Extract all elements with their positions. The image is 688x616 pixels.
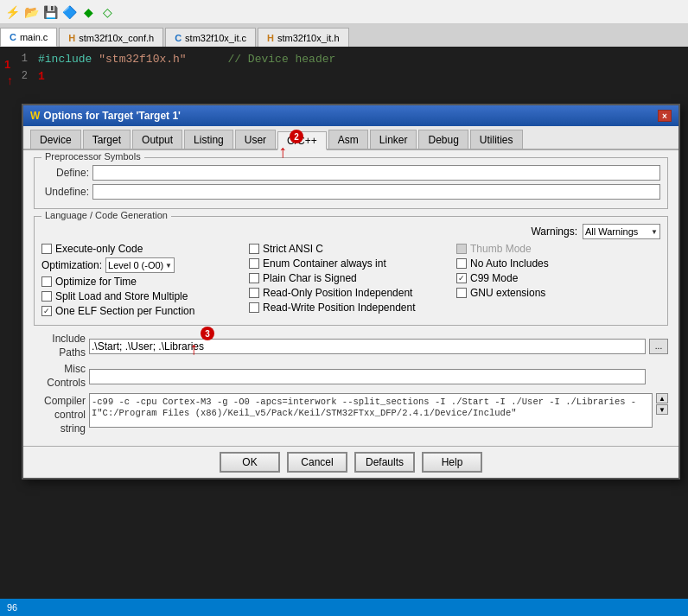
include-paths-row: IncludePaths ... [34,333,668,359]
compiler-scroll-buttons: ▲ ▼ [656,393,668,415]
tab-output[interactable]: Output [132,130,182,149]
checkbox-ro-pos: Read-Only Position Independent [249,287,453,299]
editor-tabs-bar: C main.c H stm32f10x_conf.h C stm32f10x_… [0,24,688,47]
opt-dropdown-arrow: ▼ [165,262,172,270]
compiler-scroll-down[interactable]: ▼ [656,404,668,415]
status-bar: 96 [0,599,688,616]
cb-no-auto-label: No Auto Includes [470,257,549,270]
define-input[interactable] [92,165,660,181]
optimization-select[interactable]: Level 0 (-O0) ▼ [105,257,175,273]
toolbar-icon-6[interactable]: ◇ [99,3,116,21]
col1: Execute-only Code Optimization: Level 0 … [41,243,245,320]
compiler-control-row: Compilercontrolstring -c99 -c -cpu Corte… [34,393,668,435]
warnings-label: Warnings: [531,225,577,238]
tab-user[interactable]: User [235,130,276,149]
checkbox-c99: C99 Mode [456,272,660,284]
cb-strict-ansi[interactable] [249,244,259,254]
cb-one-elf[interactable] [41,306,52,316]
cb-enum-container[interactable] [249,258,259,269]
checkbox-gnu: GNU extensions [456,287,660,299]
preprocessor-group-label: Preprocessor Symbols [41,151,144,162]
cancel-button[interactable]: Cancel [287,452,347,473]
cb-rw-pos[interactable] [249,302,259,313]
misc-controls-input[interactable] [89,369,646,384]
col2: Strict ANSI C Enum Container always int … [249,243,453,320]
toolbar-icon-4[interactable]: 🔷 [61,3,78,21]
tab-main-c[interactable]: C main.c [0,28,57,47]
tab-main-c-icon: C [10,32,16,42]
checkbox-execute-only: Execute-only Code [41,243,245,255]
tab-device[interactable]: Device [30,130,81,149]
cb-plain-char[interactable] [249,273,259,283]
help-button[interactable]: Help [422,452,482,473]
code-line-1: 1 #include "stm32f10x.h" // Device heade… [0,50,688,67]
cb-split-load[interactable] [41,291,52,302]
toolbar-icon-2[interactable]: 📂 [22,3,40,21]
undefine-input[interactable] [92,184,660,200]
include-paths-input[interactable] [89,339,646,354]
warnings-select[interactable]: All Warnings ▼ [583,224,660,239]
cb-strict-ansi-label: Strict ANSI C [263,243,323,255]
annotation-1-label: 1 [4,58,10,71]
dialog-close-button[interactable]: × [658,110,672,122]
opt-label: Optimization: [41,259,102,271]
cb-no-auto[interactable] [456,258,467,269]
tab-it-c[interactable]: C stm32f10x_it.c [165,28,256,47]
cb-c99-label: C99 Mode [470,272,518,284]
toolbar-icon-5[interactable]: ◆ [80,3,97,21]
defaults-button[interactable]: Defaults [354,452,415,473]
checkbox-one-elf: One ELF Section per Function [41,305,245,317]
toolbar-icon-3[interactable]: 💾 [41,3,59,21]
tab-it-h[interactable]: H stm32f10x_it.h [258,28,349,47]
cb-gnu[interactable] [456,288,467,298]
lang-code-gen-group: Language / Code Generation Warnings: All… [34,216,668,326]
dialog: W Options for Target 'Target 1' × Device… [22,104,680,479]
checkbox-split-load: Split Load and Store Multiple [41,290,245,302]
ok-button[interactable]: OK [220,452,280,473]
keil-logo: W [30,110,40,122]
define-row: Define: [41,165,660,181]
warnings-dropdown-arrow: ▼ [651,228,658,236]
cb-ro-pos-label: Read-Only Position Independent [263,287,412,299]
tab-main-c-label: main.c [20,32,48,42]
checkbox-rw-pos: Read-Write Position Independent [249,302,453,314]
cb-optimize-time-label: Optimize for Time [55,276,137,288]
dialog-body: Preprocessor Symbols Define: Undefine: L… [23,150,678,446]
compiler-scroll-up[interactable]: ▲ [656,393,668,403]
define-label: Define: [41,167,89,179]
cb-c99[interactable] [456,273,467,283]
code-line-2: 2 1 [0,67,688,85]
preprocessor-group: Preprocessor Symbols Define: Undefine: [34,157,668,209]
checkbox-strict-ansi: Strict ANSI C [249,243,453,255]
toolbar: ⚡ 📂 💾 🔷 ◆ ◇ [0,0,688,24]
checkbox-no-auto: No Auto Includes [456,257,660,270]
cb-gnu-label: GNU extensions [470,287,545,299]
tab-conf-h[interactable]: H stm32f10x_conf.h [59,28,163,47]
cb-enum-container-label: Enum Container always int [263,257,386,270]
cb-optimize-time[interactable] [41,276,52,287]
cb-execute-only-label: Execute-only Code [55,243,143,255]
tab-listing[interactable]: Listing [184,130,233,149]
undefine-row: Undefine: [41,184,660,200]
include-paths-browse-button[interactable]: ... [649,339,668,354]
lang-group-label: Language / Code Generation [41,210,171,220]
tab-target[interactable]: Target [83,130,131,149]
cb-ro-pos[interactable] [249,288,259,298]
tab-conf-h-label: stm32f10x_conf.h [79,33,154,43]
tab-linker[interactable]: Linker [370,130,417,149]
tab-asm[interactable]: Asm [328,130,368,149]
misc-controls-row: MiscControls [34,363,668,390]
toolbar-icon-1[interactable]: ⚡ [3,3,21,21]
tab-debug[interactable]: Debug [418,130,468,149]
code-content-1: #include "stm32f10x.h" // Device header [38,53,335,66]
tab-it-h-icon: H [267,33,274,43]
dialog-tabs: Device Target Output Listing User C/C++ … [23,126,678,150]
compiler-control-label: Compilercontrolstring [34,393,86,435]
misc-controls-label: MiscControls [34,363,86,390]
undefine-label: Undefine: [41,186,89,198]
cb-execute-only[interactable] [41,244,52,254]
dialog-title: W Options for Target 'Target 1' [30,110,181,122]
tab-utilities[interactable]: Utilities [470,130,523,149]
cb-one-elf-label: One ELF Section per Function [55,305,194,317]
checkbox-plain-char: Plain Char is Signed [249,272,453,284]
